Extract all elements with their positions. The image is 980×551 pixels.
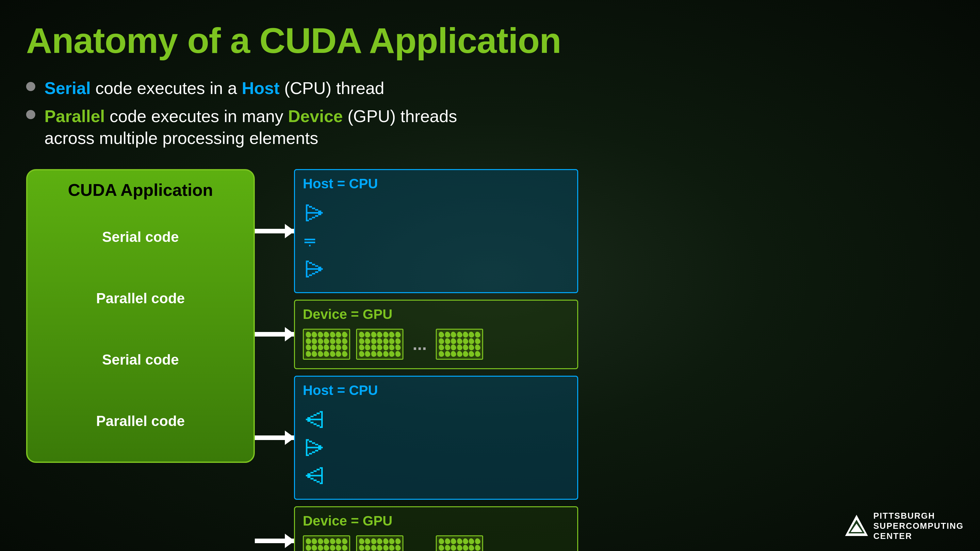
thread [376,350,383,357]
thread [341,331,348,338]
thread [438,337,445,345]
dots-2: ... [409,541,430,551]
thread [358,344,365,351]
bullet-1: Serial code executes in a Host (CPU) thr… [26,77,954,100]
thread [311,344,318,351]
thread [311,350,318,357]
thread [456,337,463,345]
squiggle-icon-1: ⩥⩦⩥ [303,199,327,283]
thread [376,344,383,351]
gpu-threads-2 [357,330,402,359]
thread [305,350,312,357]
gpu-block-1 [303,329,350,360]
thread [394,337,401,345]
thread [444,344,451,351]
logo-line1: PITTSBURGH [873,511,964,521]
gpu-blocks-1: ... [303,326,570,362]
thread [462,544,469,551]
thread [438,344,445,351]
thread [317,344,324,351]
squiggle-icon-2: ⩤⩥⩤ [303,405,327,490]
thread [444,544,451,551]
bullet-1-middle: code executes in a [95,79,242,98]
thread [341,544,348,551]
thread [358,331,365,338]
thread [382,331,390,338]
thread [364,344,371,351]
thread [388,350,396,357]
thread [376,337,383,345]
thread [450,538,457,545]
device-box-2-title: Device = GPU [303,513,570,529]
thread [305,331,312,338]
thread [394,331,401,338]
thread [468,544,475,551]
gpu-threads-3 [437,330,482,359]
gpu-threads-1 [304,330,349,359]
row-3: Host = CPU ⩤⩥⩤ [255,376,578,500]
thread [462,538,469,545]
thread [388,344,396,351]
logo-line3: CENTER [873,531,964,541]
diagram-area: CUDA Application Serial code Parallel co… [26,169,954,551]
thread [468,337,475,345]
gpu-threads-4 [304,536,349,551]
thread [456,538,463,545]
thread [370,538,377,545]
parallel-code-label-1: Parallel code [40,280,240,316]
gpu-blocks-2: ... [303,533,570,551]
thread [382,538,390,545]
device-box-2: Device = GPU [294,506,578,551]
thread [376,331,383,338]
thread [323,344,330,351]
thread [323,544,330,551]
thread [438,331,445,338]
host-label-1: Host [242,79,280,98]
thread [364,544,371,551]
thread [444,337,451,345]
thread [305,337,312,345]
thread [394,544,401,551]
thread [444,350,451,357]
thread [474,544,481,551]
thread [474,344,481,351]
thread [376,544,383,551]
host-box-2: Host = CPU ⩤⩥⩤ [294,376,578,500]
device-box-1: Device = GPU [294,300,578,369]
bullet-2-middle: code executes in many [110,107,288,125]
thread [370,331,377,338]
gpu-threads-6 [437,536,482,551]
thread [358,544,365,551]
thread [376,538,383,545]
thread [462,337,469,345]
thread [341,337,348,345]
parallel-label: Parallel [45,107,105,125]
thread [358,350,365,357]
thread [305,344,312,351]
thread [370,350,377,357]
thread [456,544,463,551]
thread [450,331,457,338]
gpu-block-6 [436,535,483,551]
thread [394,538,401,545]
thread [311,331,318,338]
thread [382,350,390,357]
thread [364,350,371,357]
host-box-1-title: Host = CPU [303,176,570,192]
thread [335,331,342,338]
arrow-2 [255,332,294,337]
thread [305,544,312,551]
thread [317,538,324,545]
thread [329,344,336,351]
bullet-dot-2 [26,110,35,119]
cpu-icon-2: ⩤⩥⩤ [303,402,570,493]
arrow-4 [255,538,294,543]
thread [388,538,396,545]
device-label: Device [288,107,343,125]
thread [323,331,330,338]
thread [341,344,348,351]
thread [335,350,342,357]
right-section: Host = CPU ⩥⩦⩥ Device = GPU [255,169,578,551]
thread [462,350,469,357]
thread [444,538,451,545]
